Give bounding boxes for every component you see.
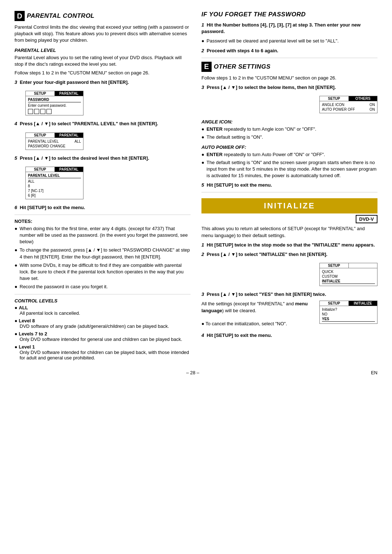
screen-init-col-setup: SETUP (320, 263, 349, 268)
screen-others-header: SETUP OTHERS (320, 96, 377, 101)
page-footer: – 28 – EN (15, 370, 377, 375)
step-3-num: 3 (15, 80, 17, 85)
screen-1-col-parental: PARENTAL (55, 91, 83, 96)
screen-others-row2: AUTO POWER OFF ON (322, 107, 375, 112)
if-step-2-text: Proceed with steps 4 to 6 again. (207, 48, 278, 53)
step-5-num: 5 (15, 155, 17, 161)
screen-1-body: PASSWORD Enter current password. (26, 96, 83, 115)
init-step-1-num: 1 (201, 242, 204, 248)
init-desc: This allows you to return all selections… (201, 225, 377, 239)
screen-3-row4: 7 [NC-17] (28, 188, 81, 193)
screen-1-inputs (28, 109, 81, 114)
divider-other (201, 58, 377, 58)
auto-bullet-1-text: repeatedly to turn Auto Power off "ON" o… (222, 152, 325, 157)
screen-others-val2: ON (369, 107, 375, 111)
screen-init2-col-init: INITIALIZE (349, 301, 377, 306)
level-7-2-desc: Only DVD software intended for general u… (15, 337, 191, 342)
level-7-2: Levels 7 to 2 Only DVD software intended… (15, 331, 191, 342)
init-step-4-num: 4 (201, 333, 204, 338)
if-bullet-1: Password will be cleared and parental le… (201, 38, 377, 44)
input-box-3 (40, 109, 45, 114)
screen-3-row1: PARENTAL LEVEL (28, 173, 81, 178)
follow-steps-text: Follow steps 1 to 2 in the "CUSTOM MENU"… (15, 70, 191, 76)
screen-others: SETUP OTHERS ANGLE ICON ON AUTO POWER OF… (319, 96, 377, 113)
screen-others-col-others: OTHERS (349, 96, 377, 101)
screen-3-col-setup: SETUP (26, 167, 55, 172)
screen-init2: SETUP INITIALIZE Initialize? NO YES (319, 301, 377, 324)
step-5: 5 Press [▲ / ▼] to select the desired le… (15, 155, 191, 162)
init-step-3: 3 Press [▲ / ▼] to select "YES" then hit… (201, 291, 377, 298)
angle-bullet-1-text: repeatedly to turn Angle icon "ON" or "O… (222, 126, 316, 132)
screen-parental-level: SETUP PARENTAL PARENTAL LEVEL ALL PASSWO… (25, 133, 83, 150)
screen-init-row3: INITIALIZE (322, 279, 375, 284)
other-step-3-text: Press [▲ / ▼] to select the below items,… (207, 85, 336, 90)
screen-2-val: ALL (74, 139, 81, 143)
step-3-text: Enter your four-digit password then hit … (20, 80, 128, 85)
step-4-text: Press [▲ / ▼] to select "PARENTAL LEVEL"… (20, 121, 158, 126)
screen-2-row1: PARENTAL LEVEL ALL (28, 139, 81, 144)
if-step-1-num: 1 (201, 22, 204, 28)
screen-password: SETUP PARENTAL PASSWORD Enter current pa… (25, 91, 83, 115)
auto-power-title: AUTO POWER OFF: (201, 144, 377, 150)
screen-3-body: PARENTAL LEVEL ALL 8 7 [NC-17] 6 [R] (26, 172, 83, 199)
section-d-header: D Parental Control (15, 11, 191, 21)
screen-3-col-parental: PARENTAL (55, 167, 83, 172)
notes-section: NOTES: When doing this for the first tim… (15, 219, 191, 290)
screen-level-select: SETUP PARENTAL PARENTAL LEVEL ALL 8 7 [N… (25, 167, 83, 199)
input-box-4 (46, 109, 52, 114)
left-column: D Parental Control Parental Control limi… (15, 11, 191, 363)
if-title: If You Forget the Password (201, 11, 377, 18)
if-bullet-list: Password will be cleared and parental le… (201, 38, 377, 44)
screen-1-header: SETUP PARENTAL (26, 91, 83, 96)
init-step-3-num: 3 (201, 292, 204, 297)
step-6: 6 Hit [SETUP] to exit the menu. (15, 204, 191, 211)
screen-2-body: PARENTAL LEVEL ALL PASSWORD CHANGE (26, 138, 83, 150)
screen-3-header: SETUP PARENTAL (26, 167, 83, 172)
screen-others-col-setup: SETUP (320, 96, 349, 101)
screen-2-row2: PASSWORD CHANGE (28, 144, 81, 148)
section-d-title: Parental Control (27, 12, 95, 20)
init-cleared-text: All the settings (except for "PARENTAL" … (201, 301, 316, 327)
screen-others-body: ANGLE ICON ON AUTO POWER OFF ON (320, 101, 377, 113)
screen-init2-body: Initialize? NO YES (320, 306, 377, 323)
angle-bullet-2: The default setting is "ON". (201, 134, 377, 140)
auto-bullet-2: The default setting is "ON" and the scre… (201, 159, 377, 179)
note-2: To change the password, press [▲ / ▼] to… (15, 247, 191, 260)
note-4: Record the password in case you forget i… (15, 284, 191, 290)
divider-control-levels (15, 294, 191, 294)
screen-1-col-setup: SETUP (26, 91, 55, 96)
if-step-1: 1 Hit the Number buttons [4], [7], [3], … (201, 22, 377, 35)
init-cleared-block: All the settings (except for "PARENTAL" … (201, 301, 377, 329)
screen-3-row2: ALL (28, 179, 81, 184)
screen-2-col-setup: SETUP (26, 133, 55, 138)
section-e-letter: E (201, 62, 212, 72)
init-step-3-text: Press [▲ / ▼] to select "YES" then hit [… (207, 292, 326, 297)
if-step-1-text: Hit the Number buttons [4], [7], [3], [7… (201, 22, 360, 34)
auto-bullet-1: ENTER repeatedly to turn Auto Power off … (201, 151, 377, 158)
step-4: 4 Press [▲ / ▼] to select "PARENTAL LEVE… (15, 121, 191, 127)
other-step-5-num: 5 (201, 182, 204, 188)
note-1: When doing this for the first time, ente… (15, 225, 191, 245)
footer-lang: EN (371, 370, 377, 375)
screen-1-row1: PASSWORD (28, 97, 81, 102)
control-levels-title: Control Levels (15, 298, 191, 304)
dvd-v-badge: DVD-V (356, 215, 377, 223)
other-follow-steps: Follow steps 1 to 2 in the "CUSTOM MENU"… (201, 75, 377, 81)
step-6-num: 6 (15, 205, 17, 210)
level-all-label: ALL (15, 305, 191, 310)
init-step-4: 4 Hit [SETUP] to exit the menu. (201, 332, 377, 339)
screen-init-body: QUICK CUSTOM INITIALIZE (320, 268, 377, 286)
level-all: ALL All parental lock is cancelled. (15, 305, 191, 316)
screen-init-col2 (349, 263, 377, 268)
step-4-num: 4 (15, 121, 17, 126)
if-step-2: 2 Proceed with steps 4 to 6 again. (201, 48, 377, 54)
notes-title: NOTES: (15, 219, 191, 224)
level-1: Level 1 Only DVD software intended for c… (15, 344, 191, 360)
init-step-2-text: Press [▲ / ▼] to select "INITIALIZE" the… (207, 252, 327, 257)
level-8-desc: DVD software of any grade (adult/general… (15, 323, 191, 329)
level-1-label: Level 1 (15, 344, 191, 350)
angle-bullet-1: ENTER repeatedly to turn Angle icon "ON"… (201, 126, 377, 133)
init-step-1-text: Hit [SETUP] twice in the stop mode so th… (207, 242, 375, 248)
angle-icon-title: ANGLE ICON: (201, 119, 377, 125)
level-1-desc: Only DVD software intended for children … (15, 350, 191, 360)
